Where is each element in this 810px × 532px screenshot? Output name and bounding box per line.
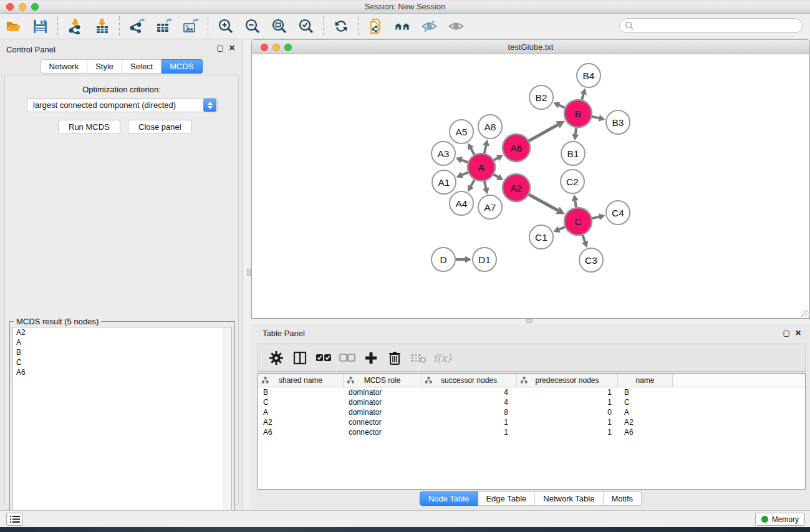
- table-cell[interactable]: A: [618, 407, 673, 417]
- zoom-selected-icon[interactable]: [297, 18, 314, 35]
- minimize-window-button[interactable]: [19, 3, 26, 11]
- table-row[interactable]: Bdominator41B: [258, 387, 805, 397]
- search-box[interactable]: [619, 18, 803, 33]
- edge-A-A4[interactable]: [471, 180, 475, 186]
- toggle-views-icon[interactable]: [421, 18, 438, 35]
- resize-grip[interactable]: [801, 310, 809, 317]
- column-view-icon[interactable]: [291, 349, 309, 367]
- close-icon[interactable]: ✕: [795, 329, 801, 337]
- close-window-button[interactable]: [6, 3, 14, 11]
- minimize-view-button[interactable]: [272, 44, 280, 51]
- mcds-result-list[interactable]: A2ABCA6: [12, 327, 232, 528]
- column-header-name[interactable]: name: [618, 374, 673, 387]
- edge-A-A1[interactable]: [462, 173, 468, 175]
- tab-motifs[interactable]: Motifs: [603, 491, 642, 506]
- table-cell[interactable]: B: [618, 387, 673, 397]
- home-icon[interactable]: [394, 18, 411, 35]
- column-header-predecessor-nodes[interactable]: predecessor nodes: [517, 374, 618, 387]
- edge-C-C3[interactable]: [582, 235, 585, 242]
- optimization-criterion-select[interactable]: largest connected component (directed): [27, 98, 218, 112]
- table-cell[interactable]: A6: [258, 427, 344, 437]
- close-panel-button[interactable]: Close panel: [128, 120, 192, 134]
- table-cell[interactable]: connector: [344, 427, 422, 437]
- tab-mcds[interactable]: MCDS: [162, 59, 202, 74]
- export-table-icon[interactable]: [155, 18, 172, 35]
- delete-column-icon[interactable]: [385, 349, 404, 367]
- export-image-icon[interactable]: [182, 18, 199, 35]
- table-cell[interactable]: 0: [517, 407, 618, 417]
- tab-edge-table[interactable]: Edge Table: [478, 491, 535, 506]
- zoom-in-icon[interactable]: [217, 18, 234, 35]
- edge-A-A2[interactable]: [494, 175, 498, 177]
- select-all-icon[interactable]: [314, 349, 333, 367]
- float-icon[interactable]: ▢: [217, 44, 224, 52]
- edge-A-A8[interactable]: [485, 145, 486, 153]
- table-cell[interactable]: C: [618, 397, 673, 407]
- tab-network-table[interactable]: Network Table: [535, 491, 603, 506]
- table-cell[interactable]: A2: [258, 417, 344, 427]
- table-row[interactable]: Cdominator41C: [258, 397, 805, 407]
- table-cell[interactable]: 8: [422, 407, 517, 417]
- duplicate-network-icon[interactable]: [367, 18, 384, 35]
- scrollbar[interactable]: [223, 327, 231, 527]
- search-input[interactable]: [634, 21, 802, 30]
- open-session-icon[interactable]: [5, 18, 22, 35]
- edge-A6-B[interactable]: [529, 125, 558, 141]
- table-cell[interactable]: A2: [618, 417, 673, 427]
- table-cell[interactable]: 1: [517, 427, 618, 437]
- import-network-icon[interactable]: [67, 18, 84, 35]
- splitter-handle[interactable]: [247, 269, 251, 276]
- network-canvas[interactable]: B4B2BB3A8A5A6A3B1AA1C2A2A4A7C4CC1C3DD1: [251, 54, 810, 319]
- edge-B-B2[interactable]: [559, 105, 565, 108]
- mcds-result-item[interactable]: A2: [13, 327, 231, 337]
- edge-C-C2[interactable]: [575, 201, 576, 208]
- table-cell[interactable]: A6: [618, 427, 673, 437]
- edge-C-C4[interactable]: [592, 217, 599, 218]
- refresh-icon[interactable]: [332, 18, 349, 35]
- column-header-shared-name[interactable]: shared name: [258, 374, 344, 387]
- table-cell[interactable]: connector: [344, 417, 422, 427]
- import-table-icon[interactable]: [94, 18, 110, 35]
- edge-A-A7[interactable]: [485, 181, 486, 188]
- table-cell[interactable]: dominator: [344, 407, 422, 417]
- edge-B-B4[interactable]: [582, 94, 584, 100]
- table-cell[interactable]: 1: [517, 397, 618, 407]
- table-cell[interactable]: B: [258, 387, 344, 397]
- table-cell[interactable]: 4: [422, 397, 517, 407]
- gear-icon[interactable]: [267, 349, 286, 367]
- run-mcds-button[interactable]: Run MCDS: [58, 120, 120, 134]
- table-cell[interactable]: C: [258, 397, 344, 407]
- table-cell[interactable]: 1: [517, 387, 618, 397]
- table-row[interactable]: Adominator80A: [258, 407, 805, 417]
- close-view-button[interactable]: [261, 44, 268, 51]
- save-session-icon[interactable]: [32, 18, 49, 35]
- mcds-result-item[interactable]: A6: [13, 367, 231, 377]
- maximize-view-button[interactable]: [284, 44, 292, 51]
- mcds-result-item[interactable]: A: [13, 337, 231, 347]
- table-cell[interactable]: 1: [422, 427, 517, 437]
- edge-A-A6[interactable]: [494, 158, 498, 160]
- edge-B-B1[interactable]: [576, 128, 576, 134]
- table-cell[interactable]: A: [258, 407, 344, 417]
- column-header-successor-nodes[interactable]: successor nodes: [422, 374, 517, 387]
- memory-button[interactable]: Memory: [755, 513, 805, 526]
- tab-node-table[interactable]: Node Table: [420, 491, 478, 506]
- edge-A-A3[interactable]: [461, 160, 468, 163]
- edge-A-A5[interactable]: [471, 148, 475, 155]
- table-row[interactable]: A2connector11A2: [258, 417, 805, 427]
- eye-icon[interactable]: [448, 18, 465, 35]
- splitter-handle[interactable]: [526, 319, 533, 323]
- table-row[interactable]: A6connector11A6: [258, 427, 805, 437]
- mcds-result-item[interactable]: C: [13, 357, 231, 367]
- tab-network[interactable]: Network: [40, 59, 87, 74]
- float-icon[interactable]: ▢: [783, 329, 790, 337]
- mcds-result-item[interactable]: B: [13, 347, 231, 357]
- close-icon[interactable]: ✕: [229, 44, 235, 52]
- edge-A2-C[interactable]: [529, 195, 557, 210]
- table-cell[interactable]: dominator: [344, 397, 422, 407]
- edge-B-B3[interactable]: [592, 117, 599, 118]
- tab-select[interactable]: Select: [122, 59, 162, 74]
- network-view-titlebar[interactable]: testGlobe.txt: [251, 39, 810, 54]
- column-header-MCDS-role[interactable]: MCDS role: [344, 374, 422, 387]
- table-cell[interactable]: 1: [517, 417, 618, 427]
